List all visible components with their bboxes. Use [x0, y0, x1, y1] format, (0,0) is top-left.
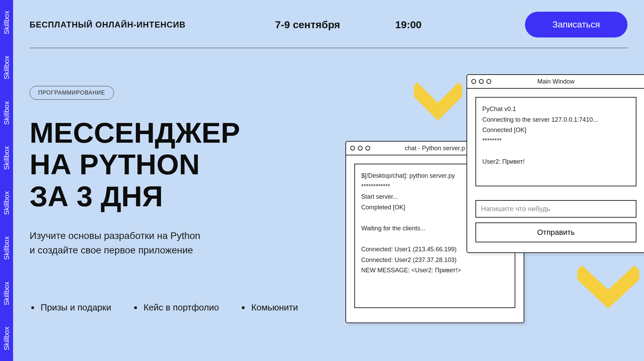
- client-window: Main Window PyChat v0.1 Connecting to th…: [466, 74, 644, 253]
- sidebar-brand: Skillbox: [3, 143, 11, 173]
- window-controls: [350, 146, 370, 151]
- window-controls: [471, 79, 491, 84]
- sidebar-brand: Skillbox: [3, 279, 11, 308]
- terminal-line: Connected: User2 (237.37.28.103): [361, 255, 508, 265]
- window-body: PyChat v0.1 Connecting to the server 127…: [467, 89, 644, 251]
- sidebar-brand: Skillbox: [3, 188, 11, 218]
- chat-output: PyChat v0.1 Connecting to the server 127…: [475, 97, 636, 186]
- window-title: Main Window: [537, 78, 575, 85]
- terminal-line: Connecting to the server 127.0.0.1:7410.…: [482, 114, 630, 125]
- header-dates: 7-9 сентября: [275, 19, 340, 31]
- window-dot-icon: [471, 79, 476, 84]
- sidebar: Skillbox Skillbox Skillbox Skillbox Skil…: [0, 0, 13, 361]
- send-button[interactable]: Отправить: [475, 222, 636, 242]
- signup-button[interactable]: Записаться: [525, 12, 627, 37]
- header: Бесплатный онлайн-интенсив 7-9 сентября …: [30, 12, 627, 48]
- window-dot-icon: [358, 146, 363, 151]
- bullet-item: Комьюнити: [250, 302, 298, 313]
- bullets-list: Призы и подарки Кейс в портфолио Комьюни…: [30, 302, 627, 313]
- subtitle-line: Изучите основы разработки на Python: [30, 230, 200, 241]
- window-dot-icon: [486, 79, 491, 84]
- sidebar-brand: Skillbox: [3, 98, 11, 128]
- main: Бесплатный онлайн-интенсив 7-9 сентября …: [13, 0, 644, 361]
- chevron-icon: [577, 265, 639, 321]
- terminal-line: User2: Привет!: [482, 156, 630, 167]
- terminal-line: NEW MESSAGE: <User2: Привет!>: [361, 265, 508, 276]
- title-line: Мессенджер: [30, 117, 240, 149]
- subtitle-line: и создайте свое первое приложение: [30, 245, 193, 255]
- header-label: Бесплатный онлайн-интенсив: [30, 20, 185, 30]
- sidebar-brand: Skillbox: [3, 53, 11, 82]
- category-pill: Программирование: [30, 86, 114, 100]
- terminal-line: [482, 146, 630, 156]
- chevron-icon: [414, 81, 462, 137]
- subtitle: Изучите основы разработки на Python и со…: [30, 229, 250, 258]
- window-dot-icon: [350, 146, 355, 151]
- window-dot-icon: [479, 79, 484, 84]
- bullet-item: Кейс в портфолио: [142, 302, 219, 313]
- window-title: chat - Python server.p: [405, 145, 465, 152]
- terminal-line: Connected [OK]: [482, 125, 630, 135]
- header-time: 19:00: [395, 19, 422, 31]
- bullet-item: Призы и подарки: [39, 302, 111, 313]
- terminal-line: ********: [482, 135, 630, 146]
- terminal-line: PyChat v0.1: [482, 104, 630, 114]
- title-line: на Python: [30, 148, 200, 180]
- chat-input[interactable]: Напишите что нибудь: [475, 200, 636, 218]
- sidebar-brand: Skillbox: [3, 324, 11, 353]
- window-titlebar: Main Window: [467, 75, 644, 89]
- title-line: за 3 дня: [30, 180, 163, 212]
- window-dot-icon: [365, 146, 370, 151]
- sidebar-brand: Skillbox: [3, 8, 11, 37]
- sidebar-brand: Skillbox: [3, 233, 11, 263]
